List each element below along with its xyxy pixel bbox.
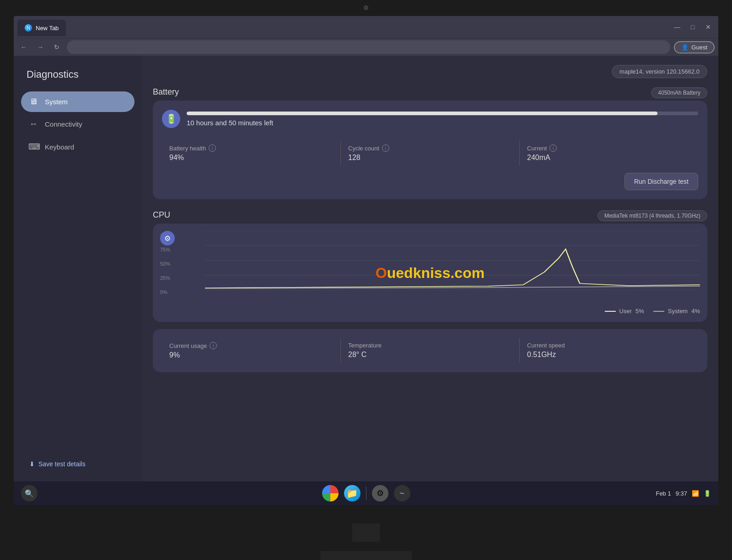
guest-button[interactable]: 👤 Guest <box>674 41 715 53</box>
current-usage-label: Current usage i <box>169 342 333 349</box>
guest-label: Guest <box>691 44 707 51</box>
connectivity-icon: ↔ <box>28 119 38 129</box>
y-label-0: 0% <box>160 289 182 295</box>
battery-health-value: 94% <box>169 154 333 162</box>
battery-capacity-badge: 4050mAh Battery <box>651 87 707 98</box>
back-button[interactable]: ← <box>17 41 30 53</box>
taskbar-time: 9:37 <box>676 490 687 497</box>
current-label: Current i <box>527 144 691 152</box>
temperature-value: 28° C <box>348 351 512 359</box>
system-icon: 🖥 <box>28 97 38 107</box>
sidebar-item-keyboard-label: Keyboard <box>45 143 74 151</box>
current-usage-value: 9% <box>169 351 333 359</box>
address-bar[interactable] <box>67 40 670 54</box>
current-speed-label: Current speed <box>527 342 691 349</box>
battery-health-label: Battery health i <box>169 144 333 152</box>
y-label-75: 75% <box>160 247 182 252</box>
taskbar-files-icon[interactable]: 📁 <box>344 485 361 501</box>
maximize-button[interactable]: □ <box>686 21 699 33</box>
battery-status-icon: 🔋 <box>704 490 711 497</box>
y-label-25: 25% <box>160 275 182 281</box>
battery-time-text: 10 hours and 50 minutes left <box>187 119 698 127</box>
battery-section-title: Battery 4050mAh Battery <box>153 87 707 97</box>
close-button[interactable]: ✕ <box>702 21 715 33</box>
taskbar-analytics-icon[interactable]: ~ <box>394 485 410 501</box>
cpu-section-title: CPU MediaTek mt8173 (4 threads, 1.70GHz) <box>153 210 707 220</box>
content-area: Diagnostics 🖥 System ↔ Connectivity ⌨ Ke… <box>14 56 718 481</box>
save-btn-label: Save test details <box>38 460 86 468</box>
taskbar-left: 🔍 <box>21 485 38 501</box>
tab-label: New Tab <box>36 25 59 32</box>
cycle-count-info-icon[interactable]: i <box>382 144 389 152</box>
taskbar-settings-icon[interactable]: ⚙ <box>372 485 388 501</box>
cpu-chart-svg <box>205 231 700 290</box>
run-discharge-test-button[interactable]: Run Discharge test <box>624 173 698 190</box>
cycle-count-value: 128 <box>348 154 512 162</box>
legend-user-label: User <box>619 308 632 315</box>
sidebar-item-connectivity-label: Connectivity <box>45 120 82 128</box>
cycle-count-block: Cycle count i 128 <box>341 141 520 165</box>
stand-neck <box>352 523 380 542</box>
current-speed-value: 0.51GHz <box>527 351 691 359</box>
cpu-stats-card: Current usage i 9% Temperature 28° C Cur… <box>153 329 707 372</box>
battery-progress-wrap: 10 hours and 50 minutes left <box>187 112 698 127</box>
monitor-stand <box>320 523 412 560</box>
chart-legend: User 5% System 4% <box>160 304 700 315</box>
main-panel: maple14, version 120.15662.0 Battery 405… <box>142 56 718 481</box>
cycle-count-label: Cycle count i <box>348 144 512 152</box>
current-usage-block: Current usage i 9% <box>162 338 341 363</box>
cpu-chart-card: Ouedkniss.com ⚙ 100% 75% 50% 25% 0% <box>153 224 707 322</box>
sidebar: Diagnostics 🖥 System ↔ Connectivity ⌨ Ke… <box>14 56 142 481</box>
browser-tab-active[interactable]: N New Tab <box>17 20 66 36</box>
window-controls: — □ ✕ <box>671 21 715 33</box>
battery-health-info-icon[interactable]: i <box>209 144 216 152</box>
sidebar-item-system[interactable]: 🖥 System <box>21 91 135 112</box>
current-usage-info-icon[interactable]: i <box>210 342 217 349</box>
legend-user-value: 5% <box>635 308 644 315</box>
legend-user: User 5% <box>605 308 644 315</box>
y-label-50: 50% <box>160 261 182 267</box>
current-speed-block: Current speed 0.51GHz <box>520 338 698 363</box>
legend-system-value: 4% <box>691 308 700 315</box>
battery-bar-container: 🔋 10 hours and 50 minutes left <box>162 110 698 128</box>
forward-button[interactable]: → <box>34 41 47 53</box>
current-value: 240mA <box>527 154 691 162</box>
app-title: Diagnostics <box>21 65 135 90</box>
cpu-gear-icon: ⚙ <box>160 231 175 245</box>
screen: N New Tab — □ ✕ ← → ↻ 👤 Guest <box>14 16 718 505</box>
battery-card: 🔋 10 hours and 50 minutes left Bat <box>153 101 707 199</box>
camera-dot <box>364 5 368 10</box>
guest-icon: 👤 <box>681 44 689 51</box>
tab-favicon: N <box>25 24 32 32</box>
sidebar-item-keyboard[interactable]: ⌨ Keyboard <box>21 136 135 157</box>
taskbar-right: Feb 1 9:37 📶 🔋 <box>656 490 711 497</box>
sidebar-item-connectivity[interactable]: ↔ Connectivity <box>21 114 135 134</box>
cpu-stats: Current usage i 9% Temperature 28° C Cur… <box>162 338 698 363</box>
battery-icon: 🔋 <box>162 110 180 128</box>
taskbar: 🔍 📁 ⚙ ~ Feb 1 9:37 📶 🔋 <box>14 481 718 505</box>
battery-stats: Battery health i 94% Cycle count i 128 <box>162 135 698 165</box>
taskbar-divider <box>366 486 366 500</box>
taskbar-chrome-icon[interactable] <box>322 485 339 501</box>
cpu-section: CPU MediaTek mt8173 (4 threads, 1.70GHz)… <box>153 210 707 372</box>
nav-bar: ← → ↻ 👤 Guest <box>14 38 718 56</box>
keyboard-icon: ⌨ <box>28 142 38 152</box>
minimize-button[interactable]: — <box>671 21 684 33</box>
taskbar-center: 📁 ⚙ ~ <box>322 485 410 501</box>
legend-system-line <box>653 311 664 312</box>
battery-progress-bar <box>187 112 698 115</box>
legend-system: System 4% <box>653 308 700 315</box>
save-test-details-button[interactable]: ⬇ Save test details <box>21 456 135 472</box>
download-icon: ⬇ <box>29 460 35 468</box>
browser-top-bar: N New Tab — □ ✕ <box>14 16 718 38</box>
cpu-chip-badge: MediaTek mt8173 (4 threads, 1.70GHz) <box>597 210 707 221</box>
legend-user-line <box>605 311 616 312</box>
refresh-button[interactable]: ↻ <box>50 41 63 53</box>
temperature-block: Temperature 28° C <box>341 338 520 363</box>
taskbar-date: Feb 1 <box>656 490 671 497</box>
taskbar-search-icon[interactable]: 🔍 <box>21 485 38 501</box>
cpu-chart-area: 100% 75% 50% 25% 0% <box>160 231 700 304</box>
sidebar-item-system-label: System <box>45 98 68 106</box>
current-block: Current i 240mA <box>520 141 698 165</box>
current-info-icon[interactable]: i <box>549 144 557 152</box>
